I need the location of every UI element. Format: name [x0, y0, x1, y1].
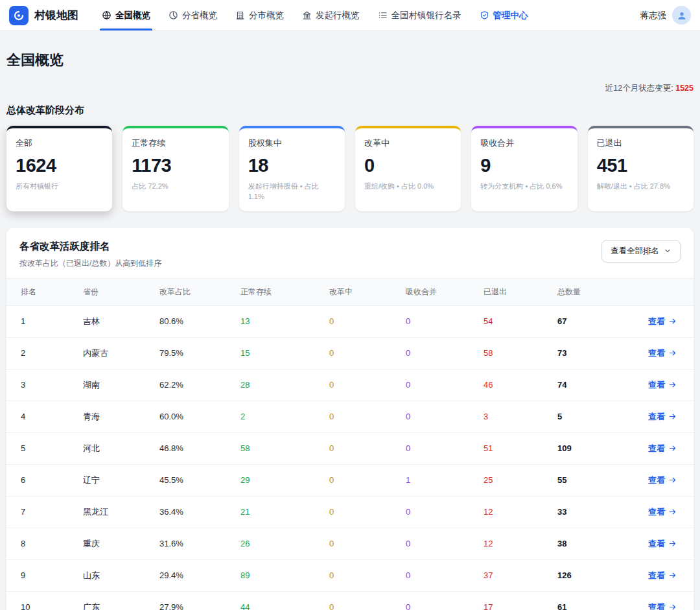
stat-card-value: 1624 — [16, 155, 103, 176]
globe-icon — [102, 10, 111, 20]
exited-count-cell: 12 — [469, 496, 543, 528]
total-count-cell: 5 — [543, 401, 621, 432]
reforming-count-cell: 0 — [315, 432, 391, 464]
nav-item[interactable]: 分市概览 — [227, 0, 292, 30]
merged-count-cell: 0 — [391, 432, 469, 464]
stat-card-value: 451 — [597, 155, 684, 176]
view-province-link[interactable]: 查看 — [648, 411, 677, 423]
view-province-link[interactable]: 查看 — [648, 379, 677, 391]
column-header — [621, 278, 694, 305]
stat-card: 已退出451解散/退出 • 占比 27.8% — [588, 126, 694, 211]
reform-ratio-cell: 79.5% — [145, 337, 226, 369]
user-avatar-icon[interactable] — [672, 6, 691, 25]
total-count-cell: 126 — [543, 559, 621, 591]
view-province-link[interactable]: 查看 — [648, 538, 677, 550]
stage-cards: 全部1624所有村镇银行正常存续1173占比 72.2%股权集中18发起行增持股… — [6, 126, 694, 211]
top-nav: 村银地图 全国概览分省概览分市概览发起行概览全国村镇银行名录管理中心 蒋志强 — [0, 0, 700, 31]
view-link-label: 查看 — [648, 379, 665, 391]
province-cell: 黑龙江 — [69, 496, 145, 528]
building-icon — [235, 10, 245, 20]
province-cell: 重庆 — [69, 528, 145, 559]
nav-item[interactable]: 全国概览 — [93, 0, 159, 30]
table-row: 5河北46.8%580051109查看 — [6, 432, 694, 464]
rank-cell: 3 — [6, 369, 69, 401]
province-cell: 吉林 — [69, 305, 145, 337]
stat-card-label: 股权集中 — [248, 137, 336, 149]
stat-card-desc: 所有村镇银行 — [16, 182, 103, 192]
ranking-title: 各省改革活跃度排名 — [19, 240, 161, 253]
nav-item[interactable]: 发起行概览 — [294, 0, 368, 30]
view-link-label: 查看 — [648, 443, 665, 454]
view-link-label: 查看 — [648, 570, 665, 581]
reforming-count-cell: 0 — [315, 369, 391, 401]
arrow-right-icon — [668, 317, 677, 325]
reform-ratio-cell: 29.4% — [145, 559, 226, 591]
stat-card-label: 吸收合并 — [480, 137, 568, 149]
normal-count-cell: 89 — [226, 559, 315, 591]
merged-count-cell: 0 — [391, 369, 469, 401]
list-icon — [378, 10, 388, 20]
view-province-link[interactable]: 查看 — [648, 602, 677, 610]
view-link-label: 查看 — [648, 411, 665, 423]
main-nav: 全国概览分省概览分市概览发起行概览全国村镇银行名录管理中心 — [93, 0, 635, 30]
chevron-down-icon — [664, 247, 671, 255]
rank-cell: 8 — [6, 528, 69, 559]
table-row: 4青海60.0%20035查看 — [6, 401, 694, 432]
stat-card-desc: 解散/退出 • 占比 27.8% — [597, 182, 684, 192]
column-header: 改革占比 — [145, 278, 226, 305]
normal-count-cell: 58 — [226, 432, 315, 464]
view-province-link[interactable]: 查看 — [648, 506, 677, 518]
nav-item[interactable]: 全国村镇银行名录 — [369, 0, 470, 30]
merged-count-cell: 0 — [391, 591, 469, 610]
column-header: 省份 — [69, 278, 145, 305]
stat-card-label: 全部 — [16, 137, 103, 149]
table-row: 9山东29.4%890037126查看 — [6, 559, 694, 591]
status-change: 近12个月状态变更: 1525 — [6, 83, 694, 94]
view-link-label: 查看 — [648, 347, 665, 359]
column-header: 改革中 — [315, 278, 391, 305]
view-province-link[interactable]: 查看 — [648, 316, 677, 327]
stat-card-label: 正常存续 — [132, 137, 219, 149]
view-province-link[interactable]: 查看 — [648, 475, 677, 486]
stage-section-title: 总体改革阶段分布 — [6, 104, 694, 117]
reform-ratio-cell: 36.4% — [145, 496, 226, 528]
reform-ratio-cell: 27.9% — [145, 591, 226, 610]
exited-count-cell: 51 — [469, 432, 543, 464]
pie-chart-icon — [169, 10, 178, 20]
status-change-value: 1525 — [675, 84, 694, 93]
stat-card: 全部1624所有村镇银行 — [6, 126, 112, 211]
province-cell: 青海 — [69, 401, 145, 432]
normal-count-cell: 13 — [226, 305, 315, 337]
reform-ratio-cell: 60.0% — [145, 401, 226, 432]
stat-card-value: 1173 — [132, 155, 219, 176]
reform-ratio-cell: 45.5% — [145, 464, 226, 496]
reform-ratio-cell: 62.2% — [145, 369, 226, 401]
view-link-label: 查看 — [648, 475, 665, 486]
table-row: 6辽宁45.5%29012555查看 — [6, 464, 694, 496]
province-cell: 内蒙古 — [69, 337, 145, 369]
view-link-label: 查看 — [648, 316, 665, 327]
reforming-count-cell: 0 — [315, 559, 391, 591]
stat-card-value: 18 — [248, 155, 336, 176]
reforming-count-cell: 0 — [315, 496, 391, 528]
nav-item[interactable]: 管理中心 — [471, 0, 537, 30]
normal-count-cell: 2 — [226, 401, 315, 432]
province-cell: 广东 — [69, 591, 145, 610]
table-row: 7黑龙江36.4%21001233查看 — [6, 496, 694, 528]
reforming-count-cell: 0 — [315, 591, 391, 610]
stat-card-desc: 转为分支机构 • 占比 0.6% — [480, 182, 568, 192]
table-row: 10广东27.9%44001761查看 — [6, 591, 694, 610]
stat-card-value: 0 — [364, 155, 452, 176]
total-count-cell: 73 — [543, 337, 621, 369]
rank-cell: 1 — [6, 305, 69, 337]
exited-count-cell: 3 — [469, 401, 543, 432]
view-province-link[interactable]: 查看 — [648, 570, 677, 581]
app-title: 村银地图 — [34, 8, 78, 23]
view-province-link[interactable]: 查看 — [648, 443, 677, 454]
app-logo — [9, 6, 29, 25]
exited-count-cell: 54 — [469, 305, 543, 337]
view-province-link[interactable]: 查看 — [648, 347, 677, 359]
nav-item[interactable]: 分省概览 — [160, 0, 226, 30]
view-all-rankings-button[interactable]: 查看全部排名 — [601, 240, 681, 263]
arrow-right-icon — [668, 539, 677, 548]
